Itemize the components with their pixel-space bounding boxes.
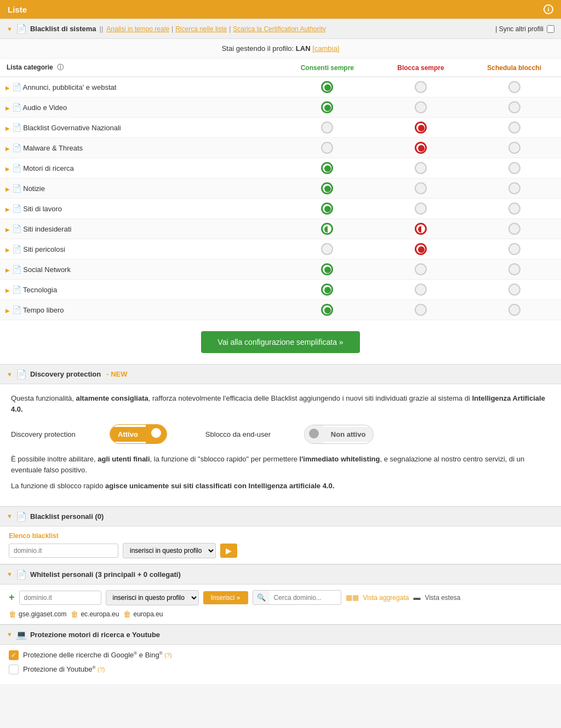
blocca-cell[interactable] [374,158,468,178]
schedula-cell[interactable] [467,138,561,158]
blocca-cell[interactable] [374,300,468,320]
radio-circle-schedule[interactable] [508,284,520,296]
radio-circle-green[interactable] [321,263,333,275]
consenti-cell[interactable] [280,118,374,138]
whitelist-domain-input[interactable] [19,591,101,605]
profile-change-link[interactable]: [cambia] [312,44,339,53]
radio-circle-schedule[interactable] [508,162,520,174]
trash-icon[interactable]: 🗑 [123,610,131,619]
trash-icon[interactable]: 🗑 [71,610,78,619]
enduser-toggle-switch[interactable]: Non attivo [304,425,374,444]
protezione-youtube-checkbox[interactable] [9,665,19,674]
blacklist-personali-toggle[interactable]: ▼ [7,513,13,519]
trash-icon[interactable]: 🗑 [9,610,16,619]
radio-circle-green[interactable] [321,304,333,316]
row-expand[interactable]: ▶ [5,105,10,111]
consenti-cell[interactable] [280,219,374,239]
radio-circle-red[interactable] [415,243,427,255]
blocca-cell[interactable] [374,239,468,259]
row-expand[interactable]: ▶ [5,166,10,172]
radio-circle-green[interactable] [321,284,333,296]
row-expand[interactable]: ▶ [5,206,10,212]
schedula-cell[interactable] [467,118,561,138]
schedula-cell[interactable] [467,219,561,239]
radio-circle-schedule[interactable] [508,142,520,154]
radio-circle-none[interactable] [415,101,427,113]
radio-circle-red[interactable] [415,122,427,134]
consenti-cell[interactable] [280,300,374,320]
radio-circle-none[interactable] [415,203,427,215]
schedula-cell[interactable] [467,259,561,280]
sync-checkbox[interactable] [547,25,554,33]
blocca-cell[interactable] [374,219,468,239]
schedula-cell[interactable] [467,280,561,300]
radio-circle-schedule[interactable] [508,263,520,275]
schedula-cell[interactable] [467,77,561,97]
vista-aggregata-link[interactable]: Vista aggregata [363,594,409,602]
radio-circle-green[interactable] [321,182,333,194]
radio-circle-schedule[interactable] [508,203,520,215]
blacklist-sistema-toggle[interactable]: ▼ [7,26,13,32]
row-expand[interactable]: ▶ [5,287,10,293]
radio-circle-none[interactable] [415,162,427,174]
whitelist-profile-select[interactable]: inserisci in questo profilo [106,590,199,605]
consenti-cell[interactable] [280,138,374,158]
blocca-cell[interactable] [374,199,468,219]
row-expand[interactable]: ▶ [5,267,10,273]
protezione-google-checkbox[interactable]: ✓ [9,650,19,660]
blacklist-profile-select[interactable]: inserisci in questo profilo [123,543,216,558]
radio-circle-half-red[interactable] [415,223,427,235]
row-expand[interactable]: ▶ [5,308,10,314]
analisi-link[interactable]: Analisi in tempo reale [106,25,169,33]
radio-circle-green[interactable] [321,203,333,215]
blacklist-domain-input[interactable] [9,544,118,558]
row-expand[interactable]: ▶ [5,247,10,253]
radio-circle-none[interactable] [415,81,427,93]
radio-circle-half-green[interactable] [321,223,333,235]
radio-circle-none[interactable] [415,284,427,296]
radio-circle-schedule[interactable] [508,101,520,113]
radio-circle-schedule[interactable] [508,122,520,134]
blocca-cell[interactable] [374,97,468,118]
blocca-cell[interactable] [374,259,468,280]
row-expand[interactable]: ▶ [5,227,10,233]
radio-circle-schedule[interactable] [508,304,520,316]
row-expand[interactable]: ▶ [5,186,10,192]
consenti-cell[interactable] [280,199,374,219]
discovery-toggle[interactable]: ▼ [7,371,13,378]
radio-circle-none[interactable] [321,122,333,134]
radio-circle-schedule[interactable] [508,243,520,255]
blocca-cell[interactable] [374,77,468,97]
discovery-toggle-switch[interactable]: Attivo [110,424,167,444]
config-button[interactable]: Vai alla configurazione semplificata » [201,331,359,353]
vista-estesa-link[interactable]: Vista estesa [425,594,460,602]
schedula-cell[interactable] [467,178,561,199]
radio-circle-schedule[interactable] [508,223,520,235]
scarica-ca-link[interactable]: Scarica la Certification Authority [233,25,325,33]
whitelist-inserisci-button[interactable]: Inserisci » [203,591,248,604]
header-info-icon[interactable]: i [543,4,553,14]
ricerca-link[interactable]: Ricerca nelle liste [175,25,227,33]
schedula-cell[interactable] [467,158,561,178]
schedula-cell[interactable] [467,97,561,118]
blocca-cell[interactable] [374,280,468,300]
protezione-google-help[interactable]: (?) [164,652,171,658]
whitelist-personali-toggle[interactable]: ▼ [7,571,13,577]
schedula-cell[interactable] [467,199,561,219]
radio-circle-green[interactable] [321,101,333,113]
radio-circle-none[interactable] [415,263,427,275]
protezione-motori-toggle[interactable]: ▼ [7,631,13,638]
blocca-cell[interactable] [374,178,468,199]
radio-circle-none[interactable] [415,182,427,194]
whitelist-plus-icon[interactable]: + [9,592,15,603]
protezione-youtube-help[interactable]: (?) [98,666,105,673]
radio-circle-none[interactable] [321,142,333,154]
schedula-cell[interactable] [467,300,561,320]
blocca-cell[interactable] [374,118,468,138]
radio-circle-none[interactable] [415,304,427,316]
radio-circle-none[interactable] [321,243,333,255]
row-expand[interactable]: ▶ [5,85,10,91]
blocca-cell[interactable] [374,138,468,158]
radio-circle-green[interactable] [321,81,333,93]
search-domain-input[interactable] [270,591,341,604]
